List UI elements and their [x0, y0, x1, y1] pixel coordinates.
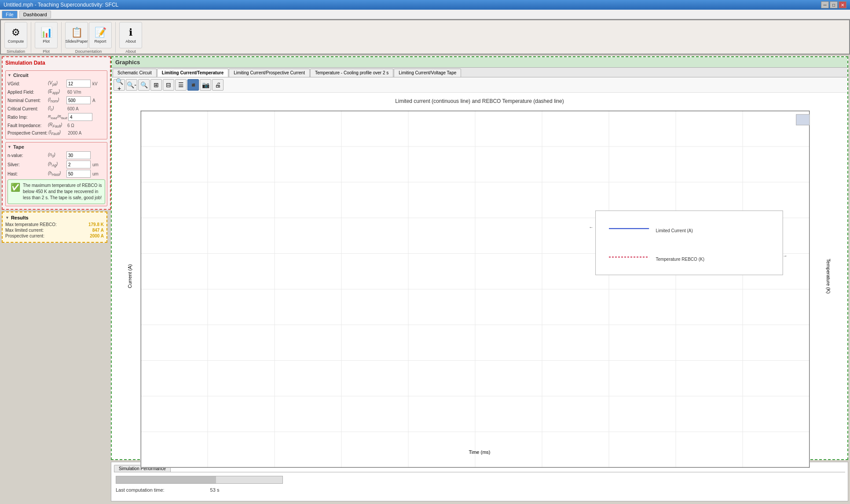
prospective-current-result: Prospective current: 2000 A [5, 234, 104, 238]
compute-button[interactable]: ⚙ Compute [4, 22, 27, 48]
vgrid-label: VGrid: [7, 81, 47, 86]
fit-vertical-button[interactable]: ⊟ [163, 79, 174, 91]
mode-button[interactable]: ◾ [187, 79, 199, 91]
about-button[interactable]: ℹ About [119, 22, 142, 48]
ratio-imp-label: Ratio Imp: [7, 115, 47, 120]
plot-icon: 📊 [40, 27, 52, 38]
chart-container: Limited current (continuous line) and RE… [112, 93, 847, 459]
tab-temperature-cooling[interactable]: Temperature - Cooling profile over 2 s [310, 69, 393, 77]
circuit-section: ▼ Circuit VGrid: (Vpk) kV Applied Field:… [5, 70, 107, 139]
nominal-current-label: Nominal Current: [7, 98, 47, 103]
nominal-current-unit: A [92, 98, 95, 103]
svg-rect-62 [796, 114, 810, 125]
plot-section-label: Plot [43, 49, 50, 54]
results-header: ▼ Results [5, 215, 104, 220]
prospective-current-label: Prospective Current: [7, 131, 48, 135]
toolbar-section-plot: 📊 Plot Plot [35, 22, 58, 54]
tab-limiting-current-voltage[interactable]: Limiting Current/Voltage Tape [394, 69, 461, 77]
prospective-label: Prospective current: [5, 234, 44, 238]
vgrid-row: VGrid: (Vpk) kV [7, 80, 105, 88]
chart-svg: 800 700 600 500 400 300 200 100 0 -100 -… [140, 110, 810, 468]
toolbar-section-about: ℹ About About [119, 22, 142, 54]
fault-impedance-symbol: (RFault) [48, 122, 66, 128]
x-axis-label: Time (ms) [469, 449, 490, 455]
prospective-value: 2000 A [90, 234, 104, 238]
toolbar-section-documentation: 📋 Slides/Paper 📝 Report Documentation [65, 22, 112, 54]
window-title: Untitled.mph - Teaching Superconductivit… [4, 2, 118, 8]
success-text: The maximum temperature of REBCO is belo… [23, 183, 102, 201]
nominal-current-input[interactable] [66, 96, 91, 104]
ratio-imp-symbol: Rload/Rfault [48, 114, 67, 120]
prospective-current-symbol: (IFault) [48, 130, 66, 136]
max-temp-result: Max temperature REBCO: 179.8 K [5, 222, 104, 227]
max-limited-value: 847 A [92, 228, 104, 233]
menu-bar: File Dashboard [0, 10, 850, 19]
hast-row: Hast: (hHast) um [7, 170, 105, 178]
compute-label: Compute [8, 39, 24, 44]
plot-label: Plot [43, 39, 50, 44]
progress-bar-fill [116, 476, 216, 483]
report-button[interactable]: 📝 Report [89, 22, 112, 48]
computation-time: Last computation time: 53 s [116, 487, 843, 493]
close-button[interactable]: ✕ [839, 1, 846, 8]
about-section-label: About [125, 49, 136, 54]
y-axis-left-label: Current (A) [127, 264, 132, 288]
window-controls: ─ □ ✕ [821, 1, 846, 8]
max-limited-current-result: Max limited current: 847 A [5, 228, 104, 233]
zoom-in-button[interactable]: 🔍+ [114, 79, 125, 91]
vgrid-symbol: (Vpk) [48, 80, 66, 87]
hast-input[interactable] [66, 170, 91, 178]
tab-schematic-circuit[interactable]: Schematic Circuit [113, 69, 157, 77]
applied-field-value: 60 V/m [67, 90, 81, 95]
tab-limiting-current-prospective[interactable]: Limiting Current/Prospective Current [229, 69, 310, 77]
zoom-custom-button[interactable]: 🔍 [138, 79, 150, 91]
critical-current-value: 600 A [67, 106, 79, 111]
minimize-button[interactable]: ─ [821, 1, 829, 8]
progress-bar [116, 476, 283, 484]
fault-impedance-value: 6 Ω [67, 123, 74, 128]
legend-button[interactable]: ☰ [175, 79, 187, 91]
simulation-section-label: Simulation [7, 49, 25, 54]
print-button[interactable]: 🖨 [212, 79, 223, 91]
plot-button[interactable]: 📊 Plot [35, 22, 58, 48]
about-label: About [125, 39, 136, 44]
vgrid-unit: kV [92, 81, 98, 86]
max-limited-label: Max limited current: [5, 228, 44, 233]
documentation-section-label: Documentation [75, 49, 102, 54]
graphics-toolbar: 🔍+ 🔍- 🔍 ⊞ ⊟ ☰ ◾ 📷 🖨 [112, 77, 847, 93]
nvalue-label: n-value: [7, 153, 47, 158]
tape-section: ▼ Tape n-value: (n0) Silver: (hAg) um Ha… [5, 142, 107, 206]
hast-unit: um [92, 172, 99, 176]
slides-icon: 📋 [71, 27, 83, 38]
vgrid-input[interactable] [66, 80, 91, 88]
nvalue-input[interactable] [66, 151, 91, 159]
sim-data-title: Simulation Data [5, 60, 107, 66]
silver-input[interactable] [66, 161, 91, 168]
sim-perf-content: Last computation time: 53 s [114, 472, 845, 494]
silver-label: Silver: [7, 162, 47, 167]
y-axis-right-label: Temperature (K) [825, 259, 831, 293]
svg-text:←: ← [589, 225, 593, 230]
fit-button[interactable]: ⊞ [150, 79, 162, 91]
ratio-imp-input[interactable] [68, 113, 92, 121]
simulation-data-panel: Simulation Data ▼ Circuit VGrid: (Vpk) k… [2, 56, 111, 210]
menu-file[interactable]: File [2, 11, 18, 18]
prospective-current-value: 2000 A [68, 131, 81, 135]
silver-row: Silver: (hAg) um [7, 161, 105, 168]
max-temp-label: Max temperature REBCO: [5, 222, 57, 227]
tab-limiting-current-temp[interactable]: Limiting Current/Temperature [157, 69, 228, 77]
toolbar-divider-2 [61, 22, 62, 53]
critical-current-symbol: (Ic) [48, 106, 66, 112]
applied-field-symbol: (Eapp) [48, 89, 66, 95]
ratio-imp-row: Ratio Imp: Rload/Rfault [7, 113, 105, 121]
camera-button[interactable]: 📷 [200, 79, 211, 91]
maximize-button[interactable]: □ [830, 1, 838, 8]
slides-paper-button[interactable]: 📋 Slides/Paper [65, 22, 88, 48]
svg-text:Limited Current (A): Limited Current (A) [656, 228, 692, 233]
silver-symbol: (hAg) [48, 161, 66, 168]
menu-dashboard[interactable]: Dashboard [19, 11, 51, 18]
circuit-arrow: ▼ [7, 73, 11, 77]
zoom-out-button[interactable]: 🔍- [126, 79, 137, 91]
graphics-header: Graphics [112, 57, 847, 68]
hast-label: Hast: [7, 172, 47, 176]
